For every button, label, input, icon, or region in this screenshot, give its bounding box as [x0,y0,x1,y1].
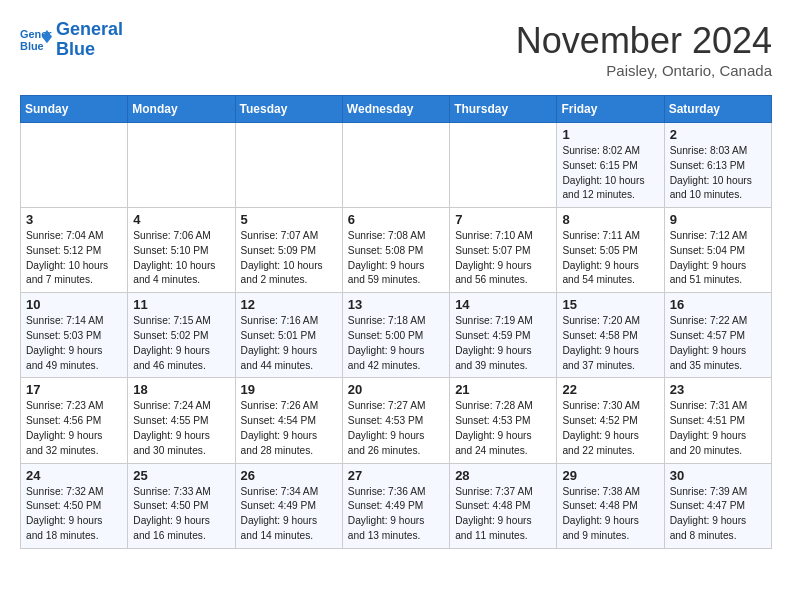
day-info: Sunrise: 8:03 AM Sunset: 6:13 PM Dayligh… [670,144,766,203]
calendar-cell: 12Sunrise: 7:16 AM Sunset: 5:01 PM Dayli… [235,293,342,378]
header-monday: Monday [128,96,235,123]
page-header: General Blue General Blue November 2024 … [20,20,772,79]
logo-icon: General Blue [20,26,52,54]
day-info: Sunrise: 7:34 AM Sunset: 4:49 PM Dayligh… [241,485,337,544]
day-info: Sunrise: 7:27 AM Sunset: 4:53 PM Dayligh… [348,399,444,458]
day-number: 4 [133,212,229,227]
day-info: Sunrise: 7:26 AM Sunset: 4:54 PM Dayligh… [241,399,337,458]
day-number: 27 [348,468,444,483]
calendar-week-5: 24Sunrise: 7:32 AM Sunset: 4:50 PM Dayli… [21,463,772,548]
day-number: 9 [670,212,766,227]
day-info: Sunrise: 7:28 AM Sunset: 4:53 PM Dayligh… [455,399,551,458]
calendar-week-4: 17Sunrise: 7:23 AM Sunset: 4:56 PM Dayli… [21,378,772,463]
calendar-cell: 25Sunrise: 7:33 AM Sunset: 4:50 PM Dayli… [128,463,235,548]
day-number: 26 [241,468,337,483]
calendar-cell: 4Sunrise: 7:06 AM Sunset: 5:10 PM Daylig… [128,208,235,293]
title-block: November 2024 Paisley, Ontario, Canada [516,20,772,79]
calendar-cell: 20Sunrise: 7:27 AM Sunset: 4:53 PM Dayli… [342,378,449,463]
calendar-cell: 5Sunrise: 7:07 AM Sunset: 5:09 PM Daylig… [235,208,342,293]
calendar-cell [128,123,235,208]
calendar-week-1: 1Sunrise: 8:02 AM Sunset: 6:15 PM Daylig… [21,123,772,208]
calendar-cell: 17Sunrise: 7:23 AM Sunset: 4:56 PM Dayli… [21,378,128,463]
header-thursday: Thursday [450,96,557,123]
day-info: Sunrise: 7:30 AM Sunset: 4:52 PM Dayligh… [562,399,658,458]
day-number: 8 [562,212,658,227]
calendar-cell: 2Sunrise: 8:03 AM Sunset: 6:13 PM Daylig… [664,123,771,208]
day-info: Sunrise: 7:10 AM Sunset: 5:07 PM Dayligh… [455,229,551,288]
calendar-week-2: 3Sunrise: 7:04 AM Sunset: 5:12 PM Daylig… [21,208,772,293]
header-row: Sunday Monday Tuesday Wednesday Thursday… [21,96,772,123]
month-title: November 2024 [516,20,772,62]
day-number: 22 [562,382,658,397]
day-info: Sunrise: 7:06 AM Sunset: 5:10 PM Dayligh… [133,229,229,288]
day-info: Sunrise: 7:24 AM Sunset: 4:55 PM Dayligh… [133,399,229,458]
calendar-cell: 10Sunrise: 7:14 AM Sunset: 5:03 PM Dayli… [21,293,128,378]
day-info: Sunrise: 7:20 AM Sunset: 4:58 PM Dayligh… [562,314,658,373]
svg-text:Blue: Blue [20,40,44,52]
day-info: Sunrise: 7:31 AM Sunset: 4:51 PM Dayligh… [670,399,766,458]
day-number: 3 [26,212,122,227]
calendar-cell: 3Sunrise: 7:04 AM Sunset: 5:12 PM Daylig… [21,208,128,293]
day-number: 17 [26,382,122,397]
day-info: Sunrise: 8:02 AM Sunset: 6:15 PM Dayligh… [562,144,658,203]
calendar-cell: 27Sunrise: 7:36 AM Sunset: 4:49 PM Dayli… [342,463,449,548]
calendar-cell: 29Sunrise: 7:38 AM Sunset: 4:48 PM Dayli… [557,463,664,548]
day-info: Sunrise: 7:04 AM Sunset: 5:12 PM Dayligh… [26,229,122,288]
calendar-cell: 19Sunrise: 7:26 AM Sunset: 4:54 PM Dayli… [235,378,342,463]
calendar-cell [450,123,557,208]
day-number: 13 [348,297,444,312]
logo-line1: General [56,19,123,39]
day-number: 5 [241,212,337,227]
calendar-cell: 24Sunrise: 7:32 AM Sunset: 4:50 PM Dayli… [21,463,128,548]
logo-text: General Blue [56,20,123,60]
day-number: 15 [562,297,658,312]
calendar-cell [21,123,128,208]
day-number: 25 [133,468,229,483]
day-number: 7 [455,212,551,227]
day-number: 20 [348,382,444,397]
day-info: Sunrise: 7:23 AM Sunset: 4:56 PM Dayligh… [26,399,122,458]
calendar-cell: 1Sunrise: 8:02 AM Sunset: 6:15 PM Daylig… [557,123,664,208]
day-info: Sunrise: 7:15 AM Sunset: 5:02 PM Dayligh… [133,314,229,373]
calendar-cell: 9Sunrise: 7:12 AM Sunset: 5:04 PM Daylig… [664,208,771,293]
day-info: Sunrise: 7:12 AM Sunset: 5:04 PM Dayligh… [670,229,766,288]
calendar-cell: 21Sunrise: 7:28 AM Sunset: 4:53 PM Dayli… [450,378,557,463]
day-number: 6 [348,212,444,227]
calendar-cell: 18Sunrise: 7:24 AM Sunset: 4:55 PM Dayli… [128,378,235,463]
day-info: Sunrise: 7:14 AM Sunset: 5:03 PM Dayligh… [26,314,122,373]
header-friday: Friday [557,96,664,123]
calendar-cell: 22Sunrise: 7:30 AM Sunset: 4:52 PM Dayli… [557,378,664,463]
calendar-cell: 6Sunrise: 7:08 AM Sunset: 5:08 PM Daylig… [342,208,449,293]
day-info: Sunrise: 7:07 AM Sunset: 5:09 PM Dayligh… [241,229,337,288]
day-number: 11 [133,297,229,312]
calendar-cell [342,123,449,208]
calendar-cell: 28Sunrise: 7:37 AM Sunset: 4:48 PM Dayli… [450,463,557,548]
logo: General Blue General Blue [20,20,123,60]
day-number: 30 [670,468,766,483]
calendar-cell: 26Sunrise: 7:34 AM Sunset: 4:49 PM Dayli… [235,463,342,548]
day-number: 19 [241,382,337,397]
calendar-cell: 15Sunrise: 7:20 AM Sunset: 4:58 PM Dayli… [557,293,664,378]
calendar-body: 1Sunrise: 8:02 AM Sunset: 6:15 PM Daylig… [21,123,772,549]
calendar-cell: 14Sunrise: 7:19 AM Sunset: 4:59 PM Dayli… [450,293,557,378]
day-number: 12 [241,297,337,312]
calendar-cell: 11Sunrise: 7:15 AM Sunset: 5:02 PM Dayli… [128,293,235,378]
day-info: Sunrise: 7:16 AM Sunset: 5:01 PM Dayligh… [241,314,337,373]
day-number: 21 [455,382,551,397]
location-subtitle: Paisley, Ontario, Canada [516,62,772,79]
day-info: Sunrise: 7:36 AM Sunset: 4:49 PM Dayligh… [348,485,444,544]
day-number: 28 [455,468,551,483]
calendar-cell [235,123,342,208]
day-number: 16 [670,297,766,312]
day-info: Sunrise: 7:33 AM Sunset: 4:50 PM Dayligh… [133,485,229,544]
day-number: 23 [670,382,766,397]
calendar-cell: 7Sunrise: 7:10 AM Sunset: 5:07 PM Daylig… [450,208,557,293]
day-number: 29 [562,468,658,483]
day-info: Sunrise: 7:19 AM Sunset: 4:59 PM Dayligh… [455,314,551,373]
calendar-cell: 30Sunrise: 7:39 AM Sunset: 4:47 PM Dayli… [664,463,771,548]
day-info: Sunrise: 7:38 AM Sunset: 4:48 PM Dayligh… [562,485,658,544]
calendar-cell: 8Sunrise: 7:11 AM Sunset: 5:05 PM Daylig… [557,208,664,293]
header-tuesday: Tuesday [235,96,342,123]
calendar-header: Sunday Monday Tuesday Wednesday Thursday… [21,96,772,123]
day-info: Sunrise: 7:32 AM Sunset: 4:50 PM Dayligh… [26,485,122,544]
